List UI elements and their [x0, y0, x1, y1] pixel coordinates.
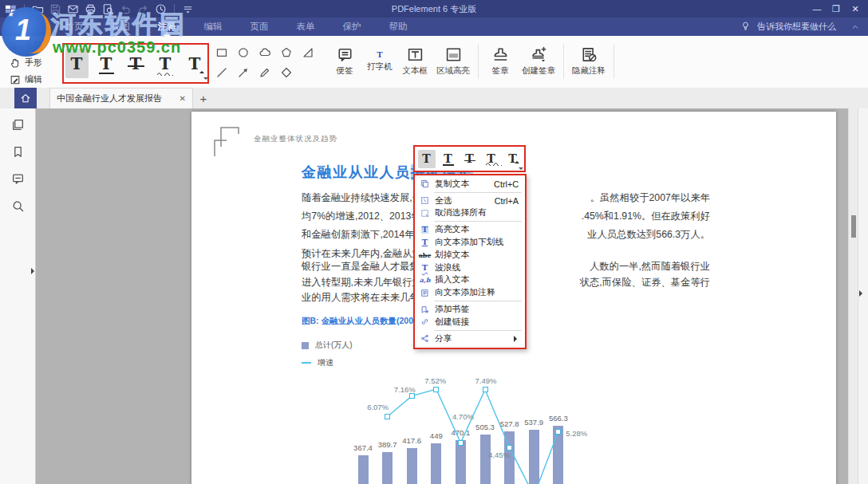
collapse-ribbon-button[interactable]: [847, 18, 868, 36]
strikethrough-text-tool[interactable]: T: [461, 150, 479, 168]
highlight-text-tool[interactable]: T: [418, 150, 436, 168]
ribbon-tab-2[interactable]: 视图: [97, 18, 144, 36]
menu-item[interactable]: 全选Ctrl+A: [415, 195, 525, 207]
redo-icon[interactable]: [137, 3, 149, 15]
new-tab-button[interactable]: +: [193, 88, 214, 108]
eraser-icon[interactable]: [280, 66, 293, 79]
glyph: abc: [419, 252, 432, 258]
oval-icon[interactable]: [237, 46, 250, 59]
underline-text-tool[interactable]: T: [440, 150, 457, 168]
strikethrough-text-tool[interactable]: T: [124, 49, 148, 78]
menu-item[interactable]: T向文本添加下划线: [415, 236, 525, 249]
menu-item[interactable]: 分享: [415, 333, 525, 345]
menu-item-label: 分享: [435, 333, 452, 344]
home-button[interactable]: [14, 88, 37, 108]
bar-value-label: 470.1: [442, 428, 479, 437]
customize-toolbar-icon[interactable]: [182, 3, 194, 15]
minimize-button[interactable]: —: [807, 0, 827, 18]
history-icon[interactable]: [155, 3, 167, 15]
menu-item-shortcut: Ctrl+A: [495, 196, 519, 206]
menu-item[interactable]: 复制文本Ctrl+C: [415, 178, 525, 191]
print-icon[interactable]: [85, 3, 97, 15]
quick-access-toolbar: [0, 3, 194, 15]
pdfelement-window: PDFelement 6 专业版 — ❒ ✕ 文件首页视图注释编辑页面表单保护帮…: [0, 0, 868, 484]
preview-icon[interactable]: [102, 3, 114, 15]
caret-text-tool[interactable]: T: [183, 49, 207, 78]
line-icon[interactable]: [215, 66, 228, 79]
caret-text-tool[interactable]: T: [504, 150, 522, 168]
text-box-button[interactable]: 文本框: [401, 46, 428, 77]
ribbon-tab-0[interactable]: 文件: [5, 18, 51, 36]
highlight-text-tool[interactable]: T: [65, 49, 89, 78]
text-line-right: 人数的一半,然而随着银行业: [590, 259, 710, 275]
create-stamp-button[interactable]: 创建签章: [522, 46, 555, 77]
open-file-icon[interactable]: [32, 3, 44, 15]
app-logo-icon[interactable]: [5, 3, 17, 15]
pencil-icon[interactable]: [258, 66, 271, 79]
mode-tool-select-cursor[interactable]: 选择: [10, 37, 42, 54]
cloud-icon[interactable]: [258, 46, 271, 59]
undo-icon[interactable]: [120, 3, 132, 15]
menu-separator: [434, 221, 522, 222]
squiggly-text-tool[interactable]: T: [154, 49, 177, 78]
bar-2007: [382, 452, 393, 484]
bookmarks-icon[interactable]: [11, 145, 25, 159]
document-tab[interactable]: 中国金融行业人才发展报告 ✕: [49, 88, 193, 108]
menu-item[interactable]: 创建链接: [415, 316, 525, 329]
bar-value-label: 566.3: [540, 414, 577, 423]
search-icon[interactable]: [11, 199, 25, 213]
bar-value-label: 537.9: [515, 418, 552, 427]
page-thumbnails-icon[interactable]: [11, 118, 25, 132]
ribbon-tab-3[interactable]: 注释: [144, 18, 190, 36]
ribbon-tab-1[interactable]: 首页: [51, 18, 97, 36]
rectangle-icon[interactable]: [215, 46, 228, 59]
bar-2010: [456, 440, 466, 484]
menu-item[interactable]: T高亮文本: [415, 223, 525, 236]
bookmark-add-icon: [418, 305, 432, 314]
menu-item-label: 划掉文本: [435, 250, 469, 261]
growth-label: 7.49%: [475, 376, 497, 384]
ribbon-tab-7[interactable]: 保护: [329, 18, 375, 36]
tell-me-box[interactable]: 告诉我你想要做什么: [740, 18, 847, 36]
arrow-icon[interactable]: [237, 66, 250, 79]
hide-annotations-button[interactable]: 隐藏注释: [572, 46, 606, 77]
scrollbar-thumb[interactable]: [851, 215, 856, 238]
menu-item[interactable]: abc划掉文本: [415, 249, 525, 262]
save-icon[interactable]: [49, 3, 61, 15]
close-button[interactable]: ✕: [846, 0, 865, 18]
email-icon[interactable]: [67, 3, 79, 15]
strikeout-icon: abc: [418, 252, 432, 258]
menu-item[interactable]: 取消选择所有: [415, 207, 525, 220]
menu-item[interactable]: 添加书签: [415, 303, 525, 316]
menu-item[interactable]: T波浪线: [415, 262, 525, 274]
area-highlight-button[interactable]: 区域高亮: [436, 46, 470, 77]
underline-text-tool[interactable]: T: [95, 49, 118, 78]
comments-icon[interactable]: [11, 172, 25, 186]
menu-item[interactable]: 向文本添加注释: [415, 286, 525, 299]
ribbon-tab-6[interactable]: 表单: [282, 18, 329, 36]
sidebar-expand-arrow[interactable]: [31, 268, 37, 274]
connected-lines-icon[interactable]: [302, 46, 314, 59]
ribbon-tab-4[interactable]: 编辑: [190, 18, 236, 36]
right-panel-expand-arrow[interactable]: [859, 290, 866, 297]
stamp-button[interactable]: 签章: [487, 46, 514, 77]
close-tab-icon[interactable]: ✕: [180, 94, 186, 103]
typewriter-button[interactable]: T打字机: [366, 51, 393, 73]
mode-tool-hand[interactable]: 手形: [10, 54, 42, 71]
squiggly-text-tool[interactable]: T: [483, 150, 500, 168]
legend-item: 增速: [302, 354, 353, 372]
ribbon-tab-5[interactable]: 页面: [236, 18, 282, 36]
bar-2011: [480, 435, 491, 484]
sticky-note-button[interactable]: 便签: [331, 46, 358, 77]
stamp-icon: [492, 46, 509, 63]
underline-icon: T: [418, 238, 432, 246]
ribbon-tab-8[interactable]: 帮助: [375, 18, 421, 36]
polygon-icon[interactable]: [280, 46, 293, 59]
growth-label: 4.70%: [452, 412, 474, 421]
bar-2008: [407, 448, 417, 484]
area-highlight-icon: [445, 46, 462, 63]
text-markup-tools-red-box: TTTTT: [62, 43, 209, 84]
mode-tool-edit-pencil[interactable]: 编辑: [10, 71, 42, 88]
menu-item[interactable]: a,b插入文本: [415, 274, 525, 287]
maximize-button[interactable]: ❒: [827, 0, 846, 18]
